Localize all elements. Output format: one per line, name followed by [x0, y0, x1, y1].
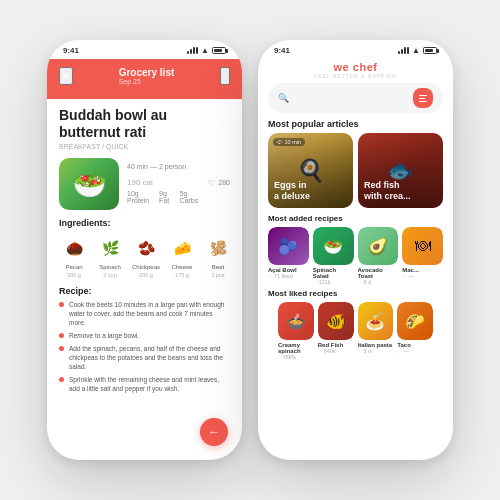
redfish-likes: ♡ 640k — [318, 348, 354, 354]
featured-card-eggs[interactable]: ⏱ 10 min Eggs ina deluxe — [268, 133, 353, 208]
cheese-qty: 175 g — [175, 272, 189, 278]
liked-card-creamy[interactable]: Creamy spinach ♡ 890k — [278, 302, 314, 360]
heart-icon-2: ♡ — [313, 279, 317, 285]
grocery-header: ✕ Grocery list Sep 25 ↑ — [47, 59, 242, 99]
chickpeas-icon: 🫘 — [132, 234, 160, 262]
chickpeas-qty: 200 g — [139, 272, 153, 278]
creamy-name: Creamy spinach — [278, 342, 314, 354]
liked-card-pasta[interactable]: Italian pasta ♡ 8 d — [358, 302, 394, 360]
filter-button[interactable] — [413, 88, 433, 108]
status-bar-2: 9:41 ▲ — [258, 40, 453, 59]
most-liked-label: Most liked recipes — [268, 289, 443, 298]
back-button[interactable]: ← — [200, 418, 228, 446]
signal-icon-2 — [398, 47, 409, 54]
most-added-label: Most added recipes — [268, 214, 443, 223]
liked-row: Creamy spinach ♡ 890k Red Fish ♡ 640k — [268, 302, 443, 360]
recipe-calories: 190 cal — [127, 172, 200, 188]
pecan-icon: 🌰 — [60, 234, 88, 262]
beet-qty: 1 pcs — [211, 272, 224, 278]
ingredient-beet: 🫚 Beet 1 pcs — [203, 234, 233, 278]
more-image — [402, 227, 443, 265]
step-dot-3 — [59, 346, 64, 351]
ingredient-pecan: 🌰 Pecan 300 g — [59, 234, 89, 278]
cheese-name: Cheese — [172, 264, 193, 270]
signal-icon — [187, 47, 198, 54]
spinach-name: Spinach — [99, 264, 121, 270]
recipe-tag: BREAKFAST / QUICK — [47, 141, 242, 154]
added-card-more[interactable]: Mac... ♡ — — [402, 227, 443, 285]
grocery-header-top: ✕ Grocery list Sep 25 ↑ — [59, 67, 230, 85]
recipe-meta: 40 min — 2 person 190 cal 10g Protein 9g… — [127, 163, 200, 204]
recipe-time: 40 min — 2 person — [127, 163, 200, 170]
grocery-content: ✕ Grocery list Sep 25 ↑ Buddah bowl au b… — [47, 59, 242, 460]
carbs: 5g Carbs — [180, 190, 201, 204]
beet-icon: 🫚 — [204, 234, 232, 262]
step-dot-2 — [59, 333, 64, 338]
wifi-icon: ▲ — [201, 46, 209, 55]
added-card-acai[interactable]: Açaí Bowl ♡ 71 liked — [268, 227, 309, 285]
avocado-likes: ♡ 8 d — [358, 279, 399, 285]
step-text-2: Remove to a large bowl. — [69, 331, 139, 340]
search-icon: 🔍 — [278, 93, 289, 103]
liked-card-taco[interactable]: Taco ♡ — — [397, 302, 433, 360]
step-text-4: Sprinkle with the remaining cheese and m… — [69, 375, 230, 393]
step-3: Add the spinach, pecans, and half of the… — [59, 344, 230, 371]
liked-card-redfish[interactable]: Red Fish ♡ 640k — [318, 302, 354, 360]
most-added-row: Açaí Bowl ♡ 71 liked Spinach Salad ♡ 121… — [268, 227, 443, 285]
battery-icon-2 — [423, 47, 437, 54]
pasta-image — [358, 302, 394, 340]
status-icons-2: ▲ — [398, 46, 437, 55]
phone-grocery: 9:41 ▲ ✕ Grocery list Sep 25 — [47, 40, 242, 460]
fish-card-content: Red fishwith crea... — [364, 180, 411, 202]
heart-icon-3: ♡ — [358, 279, 362, 285]
like-heart-icon: ♡ — [208, 179, 215, 188]
cheese-icon: 🧀 — [168, 234, 196, 262]
ingredient-cheese: 🧀 Cheese 175 g — [167, 234, 197, 278]
heart-icon: ♡ — [268, 273, 272, 279]
eggs-title: Eggs ina deluxe — [274, 180, 310, 202]
taco-image — [397, 302, 433, 340]
acai-image — [268, 227, 309, 265]
creamy-likes: ♡ 890k — [278, 354, 314, 360]
wechef-content: we chef FEEL BETTER & HAPPIER 🔍 Most pop… — [258, 59, 453, 460]
time-2: 9:41 — [274, 46, 290, 55]
grocery-title: Grocery list — [119, 67, 175, 78]
acai-likes: ♡ 71 liked — [268, 273, 309, 279]
recipe-name: Buddah bowl au butternut rati — [47, 99, 242, 141]
step-2: Remove to a large bowl. — [59, 331, 230, 340]
recipe-image-row: 40 min — 2 person 190 cal 10g Protein 9g… — [47, 154, 242, 214]
protein: 10g Protein — [127, 190, 153, 204]
step-dot-1 — [59, 302, 64, 307]
step-1: Cook the beets 10 minutes in a large pan… — [59, 300, 230, 327]
recipe-label: Recipe: — [47, 282, 242, 298]
heart-icon-4: ♡ — [402, 273, 406, 279]
step-text-1: Cook the beets 10 minutes in a large pan… — [69, 300, 230, 327]
logo-tagline: FEEL BETTER & HAPPIER — [258, 73, 453, 79]
eggs-card-content: Eggs ina deluxe — [274, 180, 310, 202]
heart-icon-6: ♡ — [318, 348, 322, 354]
chickpeas-name: Chickpeas — [132, 264, 160, 270]
taco-likes: ♡ — — [397, 348, 433, 354]
featured-card-fish[interactable]: Red fishwith crea... — [358, 133, 443, 208]
grocery-subtitle: Sep 25 — [119, 78, 175, 85]
search-bar[interactable]: 🔍 — [268, 83, 443, 113]
spinach-likes: ♡ 121k — [313, 279, 354, 285]
avocado-name: Avocado Toast — [358, 267, 399, 279]
added-card-avocado[interactable]: Avocado Toast ♡ 8 d — [358, 227, 399, 285]
share-button[interactable]: ↑ — [220, 67, 230, 85]
close-button[interactable]: ✕ — [59, 67, 73, 85]
pasta-likes: ♡ 8 d — [358, 348, 394, 354]
most-popular-label: Most popular articles — [258, 119, 453, 133]
eggs-timer: ⏱ 10 min — [273, 138, 305, 146]
wifi-icon-2: ▲ — [412, 46, 420, 55]
recipe-macros: 10g Protein 9g Fat 5g Carbs — [127, 190, 200, 204]
wechef-logo: we chef FEEL BETTER & HAPPIER — [258, 59, 453, 83]
spinach-icon: 🌿 — [96, 234, 124, 262]
status-icons-1: ▲ — [187, 46, 226, 55]
fat: 9g Fat — [159, 190, 173, 204]
added-card-spinach[interactable]: Spinach Salad ♡ 121k — [313, 227, 354, 285]
spinach-image — [313, 227, 354, 265]
recipe-image — [59, 158, 119, 210]
spinach-qty: 2 cup — [103, 272, 116, 278]
most-added-section: Most added recipes Açaí Bowl ♡ 71 liked — [258, 214, 453, 289]
